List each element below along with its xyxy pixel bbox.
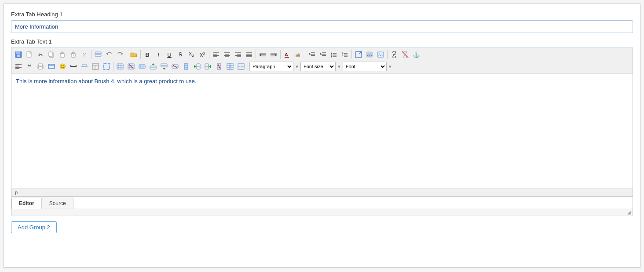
paragraph-select[interactable]: Paragraph Heading 1 Heading 2 Heading 3: [249, 62, 293, 71]
superscript-button[interactable]: X2: [197, 49, 208, 60]
templates-button[interactable]: [90, 61, 101, 72]
ltr-button[interactable]: [268, 49, 279, 60]
table-insert-row-after[interactable]: [159, 61, 169, 72]
num2-button[interactable]: 2: [79, 49, 90, 60]
svg-text:</>: </>: [367, 54, 373, 57]
table-insert-button[interactable]: [115, 61, 125, 72]
save-button[interactable]: [13, 49, 24, 60]
align-left-2-button[interactable]: [13, 61, 24, 72]
link-button[interactable]: [389, 49, 399, 60]
table-delete-button[interactable]: [126, 61, 136, 72]
svg-rect-104: [150, 66, 156, 69]
bullet-list-button[interactable]: [329, 49, 339, 60]
svg-point-69: [379, 53, 380, 55]
paste-button[interactable]: [57, 49, 68, 60]
svg-rect-115: [184, 63, 188, 70]
cut-button[interactable]: ✂: [35, 49, 46, 60]
outdent-button[interactable]: [307, 49, 317, 60]
svg-marker-47: [309, 52, 310, 55]
sep6: [280, 50, 281, 59]
numbered-list-button[interactable]: 1.2.3.: [340, 49, 350, 60]
fontsize-select[interactable]: Font size 8 10 12 14 16 18 24: [300, 62, 336, 71]
sep8: [351, 50, 352, 59]
font-color-button[interactable]: A: [282, 49, 293, 60]
strikethrough-button[interactable]: S: [175, 49, 186, 60]
svg-line-100: [129, 64, 133, 69]
statusbar-tag: p: [15, 190, 18, 195]
maximize-button[interactable]: [353, 49, 364, 60]
svg-point-52: [331, 53, 333, 54]
select-all-button[interactable]: [101, 61, 112, 72]
div-button[interactable]: [46, 61, 57, 72]
add-group-button[interactable]: Add Group 2: [11, 221, 57, 233]
bold-button[interactable]: B: [142, 49, 153, 60]
table-row-prop-button[interactable]: [137, 61, 147, 72]
svg-rect-12: [95, 52, 101, 54]
copy-button[interactable]: [46, 49, 57, 60]
italic-button[interactable]: I: [153, 49, 164, 60]
insert-image-button[interactable]: [375, 49, 386, 60]
svg-marker-15: [121, 53, 123, 55]
toolbar-row-2: ❝ 😊: [13, 61, 631, 72]
svg-point-53: [331, 55, 333, 56]
print-button[interactable]: [35, 61, 46, 72]
sep9: [387, 50, 388, 59]
redo-button[interactable]: [115, 49, 125, 60]
indent-button[interactable]: [318, 49, 328, 60]
blockquote-button[interactable]: ❝: [24, 61, 35, 72]
editor-content[interactable]: This is more information about Brush 4, …: [11, 74, 633, 188]
page-wrapper: Extra Tab Heading 1 Extra Tab Text 1 ✂: [4, 4, 640, 268]
svg-text:A: A: [285, 52, 288, 57]
svg-marker-83: [75, 65, 77, 67]
extra-tab-heading-input[interactable]: [11, 20, 633, 33]
paste-plain-button[interactable]: T: [68, 49, 79, 60]
rtl-button[interactable]: [257, 49, 268, 60]
undo-button[interactable]: [104, 49, 114, 60]
table-delete-col[interactable]: [214, 61, 224, 72]
tab-source[interactable]: Source: [42, 198, 73, 209]
table-col-prop[interactable]: [181, 61, 191, 72]
align-right-button[interactable]: [233, 49, 243, 60]
sep10: [113, 62, 113, 71]
table-cell-prop[interactable]: [225, 61, 235, 72]
table-merge-cells[interactable]: [236, 61, 246, 72]
editor-wrapper: ✂ T 2: [11, 48, 633, 216]
subscript-button[interactable]: X2: [186, 49, 197, 60]
svg-rect-135: [229, 66, 231, 67]
table-insert-col-before[interactable]: [192, 61, 202, 72]
table-insert-col-after[interactable]: [203, 61, 213, 72]
align-left-button[interactable]: [211, 49, 221, 60]
sep2: [127, 50, 127, 59]
open-button[interactable]: [128, 49, 139, 60]
svg-rect-1: [16, 51, 20, 54]
table-delete-row[interactable]: [170, 61, 180, 72]
svg-marker-51: [320, 52, 321, 55]
justify-button[interactable]: [244, 49, 254, 60]
hr-button[interactable]: [68, 61, 79, 72]
anchor-button[interactable]: ⚓: [411, 49, 421, 60]
pagebreak-button[interactable]: [79, 61, 90, 72]
svg-rect-86: [92, 63, 99, 70]
resize-handle[interactable]: ◢: [11, 209, 633, 216]
svg-rect-10: [72, 52, 74, 54]
underline-button[interactable]: U: [164, 49, 175, 60]
svg-rect-79: [48, 64, 55, 69]
toolbar: ✂ T 2: [11, 48, 633, 74]
highlight-color-button[interactable]: ab: [293, 49, 304, 60]
new-button[interactable]: [24, 49, 35, 60]
font-select[interactable]: Font Arial Times New Roman Courier New G…: [343, 62, 387, 71]
source-code-button[interactable]: </>: [364, 49, 375, 60]
showblocks-button[interactable]: [93, 49, 103, 60]
sep3: [140, 50, 141, 59]
svg-rect-85: [82, 65, 87, 66]
smiley-button[interactable]: 😊: [57, 61, 68, 72]
svg-rect-3: [17, 55, 20, 57]
tab-editor[interactable]: Editor: [11, 198, 42, 209]
svg-rect-90: [117, 64, 123, 69]
svg-line-71: [402, 51, 408, 58]
svg-line-65: [359, 51, 362, 54]
align-center-button[interactable]: [222, 49, 232, 60]
table-insert-row-before[interactable]: [148, 61, 158, 72]
unlink-button[interactable]: [400, 49, 410, 60]
svg-rect-108: [161, 64, 167, 67]
